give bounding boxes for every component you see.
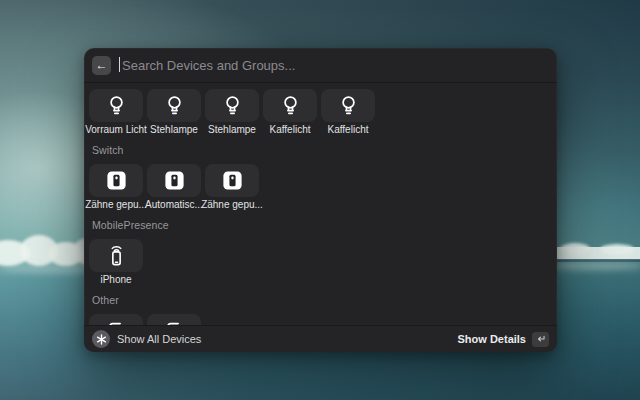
- lightbulb-icon: [163, 94, 186, 117]
- device-tile[interactable]: [89, 239, 143, 272]
- tile-label: Zähne gepu...: [85, 199, 147, 211]
- result-section: Switch: [89, 144, 551, 211]
- tile-label: Automatisc...: [145, 199, 203, 211]
- tile-label: Stehlampe: [208, 124, 256, 136]
- result-section: MobilePresence: [89, 219, 551, 286]
- tile-label: Vorraum Licht: [85, 124, 147, 136]
- device-tile[interactable]: [263, 89, 317, 122]
- lightbulb-icon: [337, 94, 360, 117]
- device-item: Kaffelicht: [321, 89, 375, 136]
- device-tile[interactable]: [205, 89, 259, 122]
- device-tile[interactable]: [147, 164, 201, 197]
- back-button[interactable]: ←: [92, 56, 111, 75]
- tile-label: Zähne gepu...: [201, 199, 263, 211]
- lightbulb-icon: [221, 94, 244, 117]
- device-item: [147, 314, 201, 325]
- device-tile[interactable]: [89, 314, 143, 325]
- switch-icon: [105, 169, 128, 192]
- tile-label: Kaffelicht: [328, 124, 369, 136]
- lightbulb-icon: [279, 94, 302, 117]
- section-header: MobilePresence: [92, 219, 551, 231]
- device-item: Kaffelicht: [263, 89, 317, 136]
- device-tile[interactable]: [205, 164, 259, 197]
- return-key-icon: [532, 332, 549, 347]
- search-bar: ←: [84, 48, 557, 83]
- switch-icon: [163, 169, 186, 192]
- arrow-left-icon: ←: [96, 59, 108, 71]
- section-row: Vorraum Licht: [89, 89, 551, 136]
- tile-label: Kaffelicht: [270, 124, 311, 136]
- footer-bar: Show All Devices Show Details: [84, 325, 557, 352]
- result-section: Other: [89, 294, 551, 325]
- device-item: Vorraum Licht: [89, 89, 143, 136]
- device-tile[interactable]: [321, 89, 375, 122]
- results-list: Vorraum Licht: [84, 83, 557, 325]
- show-details-button[interactable]: Show Details: [458, 332, 549, 347]
- iphone-presence-icon: [105, 244, 128, 267]
- section-header: Switch: [92, 144, 551, 156]
- result-section: Vorraum Licht: [89, 89, 551, 136]
- device-tile[interactable]: [89, 89, 143, 122]
- section-row: iPhone: [89, 239, 551, 286]
- switch-icon: [221, 169, 244, 192]
- search-input[interactable]: [119, 58, 549, 73]
- show-all-devices-button[interactable]: Show All Devices: [92, 330, 201, 348]
- text-caret: [119, 57, 120, 72]
- device-item: Zähne gepu...: [205, 164, 259, 211]
- device-item: Zähne gepu...: [89, 164, 143, 211]
- section-row: [89, 314, 551, 325]
- section-header: Other: [92, 294, 551, 306]
- section-row: Zähne gepu...: [89, 164, 551, 211]
- device-item: Stehlampe: [205, 89, 259, 136]
- device-tile[interactable]: [147, 89, 201, 122]
- tile-label: Stehlampe: [150, 124, 198, 136]
- device-item: [89, 314, 143, 325]
- device-item: Automatisc...: [147, 164, 201, 211]
- device-item: Stehlampe: [147, 89, 201, 136]
- asterisk-app-icon: [92, 330, 110, 348]
- show-details-label: Show Details: [458, 333, 526, 345]
- show-all-devices-label: Show All Devices: [117, 333, 201, 345]
- device-item: iPhone: [89, 239, 143, 286]
- device-tile[interactable]: [89, 164, 143, 197]
- search-field-wrap: [119, 48, 549, 82]
- lightbulb-icon: [105, 94, 128, 117]
- tile-label: iPhone: [100, 274, 131, 286]
- device-tile[interactable]: [147, 314, 201, 325]
- tree-reflection: [552, 262, 640, 270]
- device-search-panel: ←: [84, 48, 557, 352]
